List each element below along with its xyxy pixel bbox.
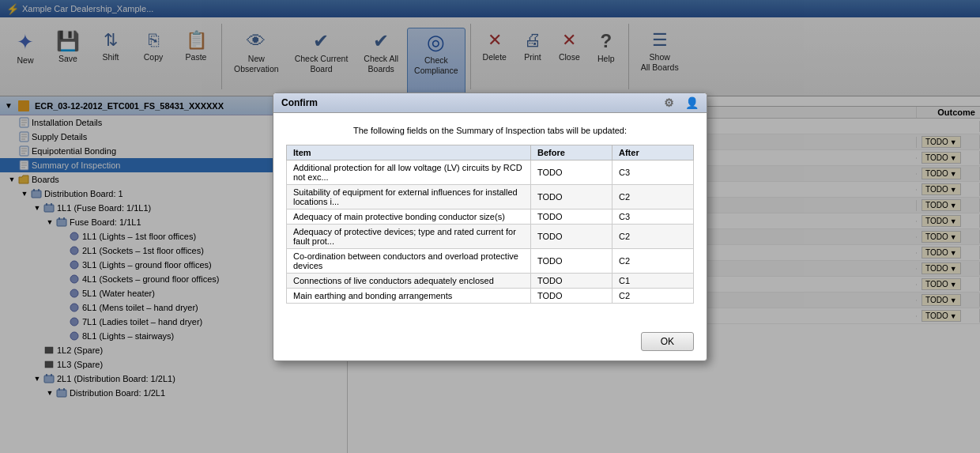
modal-col-after: After xyxy=(612,145,694,160)
modal-row-after-1: C2 xyxy=(612,184,694,209)
modal-row-before-6: TODO xyxy=(531,288,612,303)
modal-title-bar: Confirm ⚙ 👤 xyxy=(273,93,707,113)
modal-row-3: Adequacy of protective devices; type and… xyxy=(287,224,694,248)
modal-row-before-4: TODO xyxy=(531,248,612,273)
modal-row-item-5: Connections of live conductors adequatel… xyxy=(287,273,531,288)
modal-row-before-5: TODO xyxy=(531,273,612,288)
modal-row-after-6: C2 xyxy=(612,288,694,303)
modal-col-item: Item xyxy=(287,145,531,160)
confirm-dialog: Confirm ⚙ 👤 The following fields on the … xyxy=(273,92,707,361)
modal-row-after-2: C3 xyxy=(612,209,694,224)
modal-row-after-3: C2 xyxy=(612,224,694,248)
modal-row-4: Co-ordination between conductors and ove… xyxy=(287,248,694,273)
modal-message: The following fields on the Summary of I… xyxy=(286,126,694,135)
modal-row-5: Connections of live conductors adequatel… xyxy=(287,273,694,288)
modal-footer: OK xyxy=(273,326,707,361)
modal-overlay: Confirm ⚙ 👤 The following fields on the … xyxy=(0,0,980,453)
modal-row-0: Additional protection for all low voltag… xyxy=(287,160,694,184)
modal-row-after-4: C2 xyxy=(612,248,694,273)
modal-row-after-5: C1 xyxy=(612,273,694,288)
modal-row-1: Suitability of equipment for external in… xyxy=(287,184,694,209)
modal-row-item-1: Suitability of equipment for external in… xyxy=(287,184,531,209)
modal-row-after-0: C3 xyxy=(612,160,694,184)
ok-button[interactable]: OK xyxy=(641,332,694,351)
modal-col-before: Before xyxy=(531,145,612,160)
modal-settings-icon[interactable]: ⚙ xyxy=(664,96,674,109)
modal-row-before-1: TODO xyxy=(531,184,612,209)
modal-row-6: Main earthing and bonding arrangementsTO… xyxy=(287,288,694,303)
modal-user-icon[interactable]: 👤 xyxy=(685,96,699,109)
modal-row-item-6: Main earthing and bonding arrangements xyxy=(287,288,531,303)
modal-table: Item Before After Additional protection … xyxy=(286,145,694,304)
modal-row-before-3: TODO xyxy=(531,224,612,248)
modal-row-before-2: TODO xyxy=(531,209,612,224)
modal-row-2: Adequacy of main protective bonding cond… xyxy=(287,209,694,224)
modal-title: Confirm xyxy=(281,97,318,108)
modal-row-item-4: Co-ordination between conductors and ove… xyxy=(287,248,531,273)
modal-row-item-2: Adequacy of main protective bonding cond… xyxy=(287,209,531,224)
modal-row-before-0: TODO xyxy=(531,160,612,184)
modal-body: The following fields on the Summary of I… xyxy=(273,113,707,326)
modal-row-item-0: Additional protection for all low voltag… xyxy=(287,160,531,184)
modal-row-item-3: Adequacy of protective devices; type and… xyxy=(287,224,531,248)
